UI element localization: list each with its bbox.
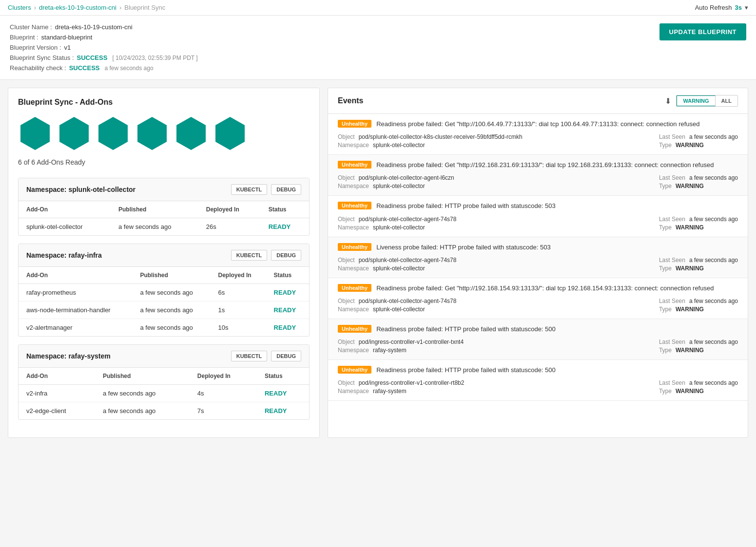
- object-value: pod/ingress-controller-v1-controller-txn…: [359, 339, 464, 345]
- info-fields: Cluster Name : dreta-eks-10-19-custom-cn…: [10, 23, 198, 72]
- filter-all-button[interactable]: ALL: [716, 95, 737, 106]
- event-object-row: Objectpod/splunk-otel-collector-k8s-clus…: [338, 133, 523, 140]
- namespace-section-2: Namespace: rafay-systemKUBECTLDEBUGAdd-O…: [18, 344, 310, 420]
- addon-published: a few seconds ago: [111, 218, 198, 236]
- addon-status: READY: [266, 284, 309, 302]
- blueprint-value: standard-blueprint: [41, 34, 93, 41]
- last-seen-label: Last Seen: [659, 133, 685, 140]
- sync-status-row: Blueprint Sync Status : SUCCESS [ 10/24/…: [10, 54, 198, 61]
- chevron-down-icon[interactable]: ▾: [745, 4, 748, 11]
- table-row: v2-edge-clienta few seconds ago7sREADY: [19, 402, 309, 420]
- left-panel: Blueprint Sync - Add-Ons 6 of 6 Add-Ons …: [8, 88, 320, 438]
- table-row: aws-node-termination-handlera few second…: [19, 302, 309, 319]
- object-key: Object: [338, 339, 355, 345]
- type-key: Type: [659, 306, 672, 313]
- addon-published: a few seconds ago: [132, 302, 210, 319]
- breadcrumb-current: Blueprint Sync: [124, 4, 165, 11]
- event-detail-4: Objectpod/splunk-otel-collector-agent-74…: [328, 296, 748, 319]
- reachability-value: SUCCESS: [69, 64, 100, 72]
- addon-status: READY: [266, 319, 309, 337]
- object-key: Object: [338, 257, 355, 264]
- addon-deployed-in: 10s: [211, 319, 266, 337]
- breadcrumb-cluster-link[interactable]: dreta-eks-10-19-custom-cni: [39, 4, 116, 11]
- object-value: pod/splunk-otel-collector-agent-74s78: [359, 257, 457, 264]
- download-icon[interactable]: ⬇: [665, 96, 671, 106]
- hexagons-container: [18, 116, 310, 151]
- last-seen-row: Last Seena few seconds ago: [659, 379, 738, 386]
- namespace-value: splunk-otel-collector: [373, 224, 425, 231]
- event-message: Liveness probe failed: HTTP probe failed…: [376, 243, 550, 252]
- event-main-0: UnhealthyReadiness probe failed: Get "ht…: [328, 114, 748, 132]
- status-badge: Unhealthy: [338, 202, 371, 209]
- addon-published: a few seconds ago: [95, 402, 190, 420]
- last-seen-label: Last Seen: [659, 216, 685, 223]
- event-main-6: UnhealthyReadiness probe failed: HTTP pr…: [328, 360, 748, 377]
- event-object-row: Objectpod/ingress-controller-v1-controll…: [338, 339, 464, 345]
- type-value: WARNING: [676, 388, 704, 395]
- last-seen-row: Last Seena few seconds ago: [659, 339, 738, 345]
- object-key: Object: [338, 174, 355, 181]
- object-value: pod/splunk-otel-collector-k8s-cluster-re…: [359, 133, 523, 140]
- namespace-name-2: Namespace: rafay-system: [26, 352, 111, 360]
- event-detail-left: Objectpod/ingress-controller-v1-controll…: [338, 339, 464, 354]
- kubectl-button-0[interactable]: KUBECTL: [231, 184, 268, 195]
- last-seen-row: Last Seena few seconds ago: [659, 298, 738, 304]
- object-key: Object: [338, 216, 355, 223]
- auto-refresh-value: 3s: [735, 4, 742, 11]
- col-header-status: Status: [266, 267, 309, 284]
- col-header-add-on: Add-On: [19, 201, 111, 218]
- addon-name: rafay-prometheus: [19, 284, 132, 302]
- type-value: WARNING: [676, 183, 704, 189]
- namespace-key: Namespace: [338, 224, 369, 231]
- debug-button-2[interactable]: DEBUG: [271, 351, 301, 361]
- event-detail-left: Objectpod/splunk-otel-collector-agent-74…: [338, 298, 456, 313]
- type-key: Type: [659, 224, 672, 231]
- cluster-name-label: Cluster Name :: [10, 23, 52, 31]
- addons-ready-text: 6 of 6 Add-Ons Ready: [18, 158, 310, 166]
- event-namespace-row: Namespacesplunk-otel-collector: [338, 265, 456, 272]
- last-seen-value: a few seconds ago: [689, 298, 738, 304]
- col-header-deployed-in: Deployed In: [198, 201, 261, 218]
- hex-1: [18, 116, 52, 151]
- event-main-3: UnhealthyLiveness probe failed: HTTP pro…: [328, 237, 748, 255]
- col-header-published: Published: [132, 267, 210, 284]
- addon-deployed-in: 6s: [211, 284, 266, 302]
- event-object-row: Objectpod/splunk-otel-collector-agent-74…: [338, 298, 456, 304]
- namespace-key: Namespace: [338, 142, 369, 149]
- filter-warning-button[interactable]: WARNING: [677, 95, 715, 106]
- type-value: WARNING: [676, 306, 704, 313]
- namespace-key: Namespace: [338, 183, 369, 189]
- addon-name: v2-alertmanager: [19, 319, 132, 337]
- event-type-row: TypeWARNING: [659, 224, 738, 231]
- type-key: Type: [659, 142, 672, 149]
- addon-published: a few seconds ago: [132, 319, 210, 337]
- events-controls: ⬇ WARNING ALL: [665, 95, 738, 107]
- kubectl-button-2[interactable]: KUBECTL: [231, 351, 268, 361]
- list-item: UnhealthyReadiness probe failed: HTTP pr…: [328, 319, 748, 360]
- status-badge: Unhealthy: [338, 161, 371, 169]
- event-message: Readiness probe failed: Get "http://192.…: [376, 284, 714, 293]
- addon-table-0: Add-OnPublishedDeployed InStatussplunk-o…: [19, 201, 309, 235]
- table-row: v2-alertmanagera few seconds ago10sREADY: [19, 319, 309, 337]
- namespace-value: splunk-otel-collector: [373, 142, 425, 149]
- col-header-status: Status: [257, 368, 309, 385]
- event-message: Readiness probe failed: Get "http://192.…: [376, 161, 714, 170]
- kubectl-button-1[interactable]: KUBECTL: [231, 250, 268, 261]
- namespace-section-0: Namespace: splunk-otel-collectorKUBECTLD…: [18, 178, 310, 236]
- event-namespace-row: Namespacesplunk-otel-collector: [338, 183, 454, 189]
- last-seen-label: Last Seen: [659, 174, 685, 181]
- sync-status-label: Blueprint Sync Status :: [10, 54, 74, 61]
- breadcrumb-clusters-link[interactable]: Clusters: [8, 4, 31, 11]
- event-detail-right: Last Seena few seconds agoTypeWARNING: [659, 133, 738, 149]
- debug-button-0[interactable]: DEBUG: [271, 184, 301, 195]
- update-blueprint-button[interactable]: UPDATE BLUEPRINT: [659, 23, 746, 40]
- event-object-row: Objectpod/splunk-otel-collector-agent-l6…: [338, 174, 454, 181]
- event-namespace-row: Namespacesplunk-otel-collector: [338, 306, 456, 313]
- last-seen-value: a few seconds ago: [689, 216, 738, 223]
- debug-button-1[interactable]: DEBUG: [271, 250, 301, 261]
- namespace-header-0: Namespace: splunk-otel-collectorKUBECTLD…: [19, 178, 309, 201]
- type-key: Type: [659, 183, 672, 189]
- object-value: pod/splunk-otel-collector-agent-74s78: [359, 298, 457, 304]
- namespace-key: Namespace: [338, 265, 369, 272]
- col-header-deployed-in: Deployed In: [190, 368, 257, 385]
